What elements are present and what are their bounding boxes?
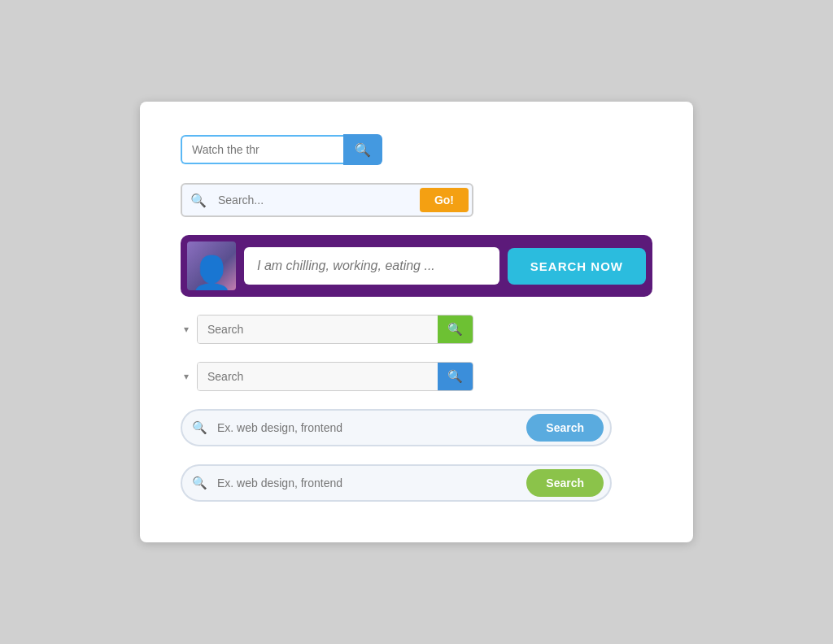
search-inner-4: 🔍 xyxy=(197,315,473,344)
search-bar-7: 🔍 Search xyxy=(181,464,612,502)
search-bar-2: 🔍 Go! xyxy=(181,183,473,217)
search-bar-1: 🔍 xyxy=(181,134,400,165)
search-bar-4: ▾ 🔍 xyxy=(181,315,473,344)
search-bar-6: 🔍 Search xyxy=(181,409,612,446)
search-button-7[interactable]: Search xyxy=(526,469,604,497)
search-icon-6: 🔍 xyxy=(192,420,207,435)
search-icon-1: 🔍 xyxy=(355,143,371,157)
search-button-1[interactable]: 🔍 xyxy=(343,134,382,165)
search-input-5[interactable] xyxy=(198,363,438,390)
search-icon-btn-5: 🔍 xyxy=(447,369,463,383)
search-bar-3: 👤 SEARCH NOW xyxy=(181,235,652,297)
person-icon: 👤 xyxy=(190,254,233,290)
search-button-4[interactable]: 🔍 xyxy=(438,315,473,343)
go-button[interactable]: Go! xyxy=(420,188,469,212)
avatar: 👤 xyxy=(187,242,236,290)
search-input-6[interactable] xyxy=(214,412,525,443)
search-icon-btn-4: 🔍 xyxy=(447,322,463,336)
dropdown-arrow-5[interactable]: ▾ xyxy=(181,368,192,385)
search-now-button[interactable]: SEARCH NOW xyxy=(508,248,646,285)
search-input-1[interactable] xyxy=(181,135,343,164)
search-input-2[interactable] xyxy=(215,187,416,213)
search-icon-7: 🔍 xyxy=(192,476,207,490)
search-input-3[interactable] xyxy=(244,247,499,285)
search-inner-5: 🔍 xyxy=(197,362,473,391)
main-card: 🔍 🔍 Go! 👤 SEARCH NOW ▾ 🔍 ▾ 🔍 xyxy=(140,102,693,542)
search-button-6[interactable]: Search xyxy=(526,414,604,442)
dropdown-arrow-4[interactable]: ▾ xyxy=(181,320,192,338)
search-input-4[interactable] xyxy=(198,315,438,343)
search-input-7[interactable] xyxy=(214,468,525,498)
search-bar-5: ▾ 🔍 xyxy=(181,362,473,391)
search-button-5[interactable]: 🔍 xyxy=(438,363,473,390)
search-icon-2: 🔍 xyxy=(182,186,215,215)
